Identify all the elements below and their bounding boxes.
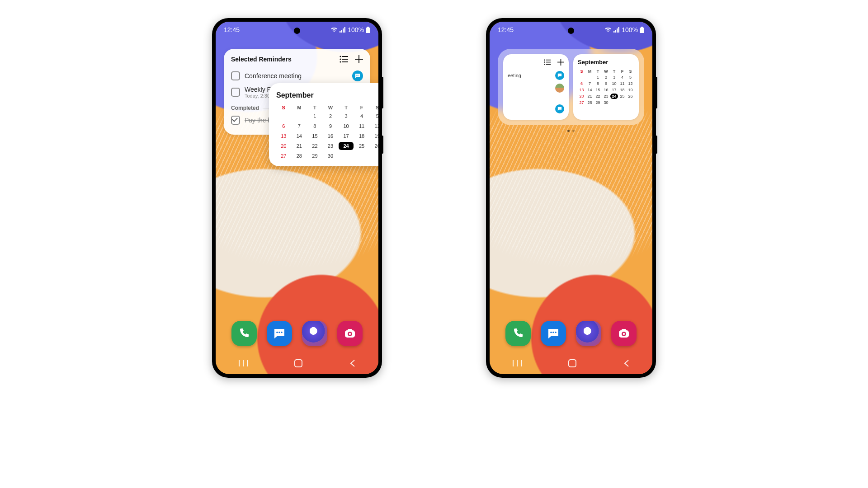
- cal-day[interactable]: 9: [602, 81, 610, 86]
- cal-day[interactable]: 5: [627, 75, 634, 80]
- cal-day[interactable]: 23: [323, 142, 338, 150]
- messages-app[interactable]: [541, 321, 566, 346]
- reminder-row[interactable]: eeting: [508, 69, 564, 82]
- cal-day[interactable]: 26: [627, 94, 634, 99]
- recents-button[interactable]: [513, 360, 522, 366]
- cal-day[interactable]: 11: [354, 122, 369, 130]
- cal-day[interactable]: 13: [578, 87, 585, 93]
- cal-day[interactable]: 20: [578, 94, 585, 99]
- calendar-widget-mini[interactable]: September SMTWTFS12345678910111213141516…: [573, 54, 639, 120]
- cal-day[interactable]: 1: [307, 112, 322, 120]
- cal-day[interactable]: 25: [618, 94, 626, 99]
- cal-day[interactable]: 27: [276, 152, 291, 160]
- checkbox-checked-icon[interactable]: [231, 116, 240, 125]
- cal-day[interactable]: 6: [578, 81, 585, 86]
- cal-day-header: S: [627, 69, 634, 74]
- cal-day[interactable]: 24: [610, 94, 618, 99]
- cal-day[interactable]: 8: [307, 122, 322, 130]
- svg-rect-31: [618, 27, 620, 33]
- cal-day[interactable]: 7: [586, 81, 594, 86]
- back-button[interactable]: [349, 359, 355, 367]
- cal-day[interactable]: 15: [594, 87, 602, 93]
- cal-day[interactable]: 5: [370, 112, 378, 120]
- reminder-row[interactable]: [508, 82, 564, 94]
- cal-day[interactable]: 25: [354, 142, 369, 150]
- cal-day[interactable]: 26: [370, 142, 378, 150]
- cal-day[interactable]: 13: [276, 132, 291, 140]
- reminder-label: eeting: [508, 73, 521, 78]
- cal-day[interactable]: 6: [276, 122, 291, 130]
- cal-day[interactable]: 3: [339, 112, 354, 120]
- cal-day[interactable]: 22: [594, 94, 602, 99]
- messages-app[interactable]: [267, 321, 292, 346]
- cal-day[interactable]: 2: [323, 112, 338, 120]
- reminders-title: Selected Reminders: [231, 56, 292, 63]
- cal-day[interactable]: 2: [602, 75, 610, 80]
- cal-day[interactable]: 17: [610, 87, 618, 93]
- cal-day[interactable]: 28: [292, 152, 307, 160]
- cal-day[interactable]: 24: [339, 142, 354, 150]
- cal-day[interactable]: 7: [292, 122, 307, 130]
- cal-day[interactable]: 4: [354, 112, 369, 120]
- cal-day[interactable]: 20: [276, 142, 291, 150]
- cal-day[interactable]: 21: [292, 142, 307, 150]
- cal-day[interactable]: 1: [594, 75, 602, 80]
- phone-app[interactable]: [505, 321, 531, 346]
- cal-day[interactable]: 30: [323, 152, 338, 160]
- cal-day[interactable]: 21: [586, 94, 594, 99]
- cal-day[interactable]: 3: [610, 75, 618, 80]
- cal-day[interactable]: 16: [602, 87, 610, 93]
- cal-day[interactable]: 19: [370, 132, 378, 140]
- recents-button[interactable]: [239, 360, 248, 366]
- cal-day[interactable]: 14: [586, 87, 594, 93]
- home-button[interactable]: [568, 359, 576, 367]
- phone-app[interactable]: [231, 321, 257, 346]
- cal-day[interactable]: 22: [307, 142, 322, 150]
- svg-rect-26: [247, 360, 248, 366]
- calendar-widget[interactable]: September SMTWTFS12345678910111213141516…: [269, 83, 378, 166]
- reminder-row[interactable]: Conference meeting: [231, 69, 363, 83]
- cal-day[interactable]: 12: [370, 122, 378, 130]
- cal-day[interactable]: 28: [586, 100, 594, 105]
- cal-day[interactable]: 29: [307, 152, 322, 160]
- cal-day[interactable]: 27: [578, 100, 585, 105]
- cal-day-header: T: [339, 105, 354, 110]
- checkbox-icon[interactable]: [231, 71, 240, 80]
- plus-icon[interactable]: [355, 55, 363, 63]
- list-icon[interactable]: [340, 56, 349, 63]
- camera-app[interactable]: [611, 321, 637, 346]
- svg-rect-35: [546, 60, 551, 61]
- browser-app[interactable]: [302, 321, 327, 346]
- list-icon[interactable]: [544, 59, 551, 65]
- cal-day[interactable]: 10: [339, 122, 354, 130]
- reminder-row[interactable]: [508, 103, 564, 115]
- checkbox-icon[interactable]: [231, 88, 240, 97]
- cal-day[interactable]: 14: [292, 132, 307, 140]
- cal-day[interactable]: 18: [618, 87, 626, 93]
- chat-icon[interactable]: [352, 70, 363, 81]
- chat-icon[interactable]: [555, 71, 564, 80]
- cal-day[interactable]: 29: [594, 100, 602, 105]
- cal-day[interactable]: 15: [307, 132, 322, 140]
- widget-stack[interactable]: eeting September SMTWTFS12345: [498, 49, 644, 125]
- svg-point-22: [349, 333, 351, 335]
- cal-day[interactable]: 4: [618, 75, 626, 80]
- cal-day[interactable]: 11: [618, 81, 626, 86]
- cal-day[interactable]: 9: [323, 122, 338, 130]
- cal-day[interactable]: 19: [627, 87, 634, 93]
- back-button[interactable]: [623, 359, 629, 367]
- reminders-widget-mini[interactable]: eeting: [503, 54, 569, 120]
- browser-app[interactable]: [576, 321, 601, 346]
- cal-day[interactable]: 8: [594, 81, 602, 86]
- chat-icon[interactable]: [555, 104, 564, 113]
- cal-day[interactable]: 17: [339, 132, 354, 140]
- home-button[interactable]: [294, 359, 302, 367]
- cal-day[interactable]: 23: [602, 94, 610, 99]
- cal-day[interactable]: 12: [627, 81, 634, 86]
- plus-icon[interactable]: [557, 59, 564, 66]
- cal-day[interactable]: 30: [602, 100, 610, 105]
- cal-day[interactable]: 10: [610, 81, 618, 86]
- cal-day[interactable]: 16: [323, 132, 338, 140]
- camera-app[interactable]: [337, 321, 363, 346]
- cal-day[interactable]: 18: [354, 132, 369, 140]
